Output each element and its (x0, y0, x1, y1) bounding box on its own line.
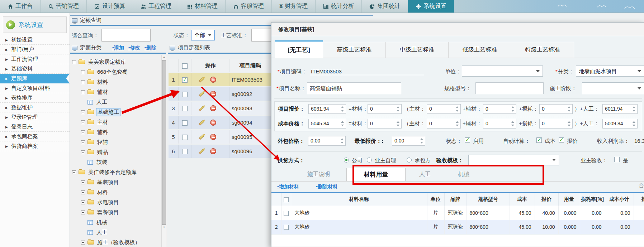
sidebar-item-initial-settings[interactable]: ▶初始设置 (0, 35, 70, 45)
sidebar-item-login-ip[interactable]: ▶登录IP管理 (0, 112, 70, 122)
tab-machinery[interactable]: 机械 (444, 168, 483, 181)
enable-checkbox[interactable] (465, 137, 470, 143)
unit-select[interactable] (462, 66, 543, 77)
expand-icon[interactable] (81, 80, 85, 84)
tree-node[interactable]: 材料 (72, 187, 158, 197)
nav-item-group-stats[interactable]: 集团统计 (362, 0, 408, 13)
sidebar-item-data-maintenance[interactable]: ▶数据维护 (0, 103, 70, 112)
radio-company[interactable] (344, 158, 349, 163)
tree-node[interactable]: 水电项目 (72, 197, 158, 207)
edit-icon[interactable] (199, 106, 204, 111)
tree-node[interactable]: 软装 (72, 157, 158, 167)
add-category-link[interactable]: •添加 (112, 45, 124, 51)
tab-low-craft[interactable]: 低级工艺标准 (449, 42, 511, 58)
nav-item-engineering[interactable]: 工程管理 (133, 0, 179, 13)
search-input[interactable] (101, 29, 151, 42)
tree-node[interactable]: 668全包套餐 (72, 67, 158, 77)
sidebar-item-table-sort[interactable]: ▶表格排序 (0, 93, 70, 103)
tab-intermediate-craft[interactable]: 中级工艺标准 (386, 42, 449, 58)
tree-node[interactable]: 套餐项目 (72, 207, 158, 217)
delete-icon[interactable] (210, 148, 216, 154)
stage-select[interactable] (582, 82, 644, 94)
row-checkbox[interactable] (182, 149, 188, 154)
tree-node[interactable]: 施工（验收模板） (72, 237, 158, 247)
min-quote-stepper[interactable]: 0.00 (392, 136, 425, 146)
sidebar-item-departments-users[interactable]: ▶部门/用户 (0, 45, 70, 54)
nav-item-design-budget[interactable]: 设计预算 (87, 0, 133, 13)
cost-main-stepper[interactable]: 0 (427, 119, 461, 129)
cost-labor-stepper[interactable]: 5009.84 (602, 119, 638, 129)
scrollbar-thumb[interactable] (162, 60, 166, 225)
tree-node[interactable]: 人工 (72, 97, 158, 107)
cost-total-stepper[interactable]: 5045.84 (308, 119, 346, 129)
sidebar-item-login-log[interactable]: ▶登录日志 (0, 122, 70, 132)
sidebar-item-custom-items[interactable]: ▶自定义项目/材料 (0, 83, 70, 93)
category-select[interactable]: 地墙面泥水项目 (576, 66, 644, 77)
tree-node[interactable]: 人工 (72, 227, 158, 237)
tab-material-usage[interactable]: 材料用量 (346, 168, 406, 181)
expand-icon[interactable] (81, 120, 85, 124)
status-select[interactable]: 全部 (191, 30, 215, 40)
material-select-all-checkbox[interactable] (284, 197, 289, 202)
material-row-checkbox[interactable] (284, 225, 289, 230)
tab-construction-notes[interactable]: 施工说明 (291, 168, 346, 181)
sidebar-item-basic-data[interactable]: ▶基础资料 (0, 64, 70, 74)
expand-icon[interactable] (81, 110, 85, 114)
nav-item-materials[interactable]: 材料管理 (179, 0, 226, 13)
auto-cost-checkbox[interactable] (536, 137, 542, 143)
delete-icon[interactable] (210, 134, 216, 140)
select-all-checkbox[interactable] (182, 63, 188, 69)
nav-item-statistics[interactable]: 统计分析 (316, 0, 362, 13)
row-checkbox[interactable] (182, 92, 188, 97)
quote-loss-stepper[interactable]: 0 (539, 104, 573, 114)
expand-icon[interactable] (81, 130, 85, 134)
delete-icon[interactable] (210, 77, 216, 83)
tree-node[interactable]: 机械 (72, 217, 158, 227)
tab-special-craft[interactable]: 特级工艺标准 (511, 42, 574, 58)
acceptance-template-select[interactable] (468, 155, 559, 165)
row-checkbox[interactable] (182, 77, 188, 83)
sidebar-item-quota-library[interactable]: ▶定额库 (0, 74, 70, 83)
tree-node[interactable]: 轻辅 (72, 137, 158, 147)
tab-labor[interactable]: 人工 (406, 168, 444, 181)
nav-item-finance[interactable]: ¥ 财务管理 (272, 0, 316, 13)
edit-icon[interactable] (199, 91, 204, 97)
tab-no-craft[interactable]: [无工艺] (275, 40, 323, 58)
collapse-icon[interactable] (72, 170, 76, 174)
edit-icon[interactable] (199, 120, 204, 125)
delete-material-link[interactable]: •删除材料 (316, 184, 338, 190)
expand-icon[interactable] (81, 190, 85, 194)
expand-icon[interactable] (81, 241, 85, 244)
tree-node[interactable]: 主材 (72, 117, 158, 127)
nav-item-system-settings[interactable]: 系统设置 (408, 0, 454, 13)
cost-loss-stepper[interactable]: 0 (539, 119, 573, 129)
quote-main-stepper[interactable]: 0 (427, 104, 461, 114)
delete-icon[interactable] (210, 120, 216, 126)
edit-category-link[interactable]: •修改 (128, 45, 140, 51)
quote-labor-stepper[interactable]: 6011.94 (602, 104, 638, 114)
quote-total-stepper[interactable]: 6031.94 (308, 104, 346, 114)
expand-icon[interactable] (81, 140, 85, 144)
expand-icon[interactable] (81, 180, 85, 184)
row-checkbox[interactable] (182, 120, 188, 126)
row-checkbox[interactable] (182, 106, 188, 111)
cost-material-stepper[interactable]: 0 (368, 119, 402, 129)
tree-node[interactable]: 赠品 (72, 147, 158, 157)
tree-node-selected[interactable]: 基础施工 (72, 107, 158, 117)
tree-node-root-1[interactable]: 美美家居定额库 (72, 57, 158, 67)
nav-item-customer-service[interactable]: 客服管理 (226, 0, 272, 13)
radio-contractor[interactable] (407, 158, 412, 163)
material-row-checkbox[interactable] (284, 211, 289, 216)
radio-owner-self[interactable] (367, 158, 372, 163)
delete-category-link[interactable]: •删除 (145, 45, 156, 51)
tab-advanced-craft[interactable]: 高级工艺标准 (323, 42, 386, 58)
material-row[interactable]: 1 大地砖 片 冠珠瓷 800*800 45.00 40.00 0.000 0.… (271, 206, 644, 220)
tree-node[interactable]: 辅材 (72, 87, 158, 97)
scroll-up-icon[interactable]: ▲ (163, 55, 165, 58)
outsource-stepper[interactable]: 0.00 (308, 136, 346, 146)
expand-icon[interactable] (81, 200, 85, 204)
nav-item-workbench[interactable]: 工作台 (0, 0, 41, 13)
collapse-icon[interactable] (72, 60, 76, 64)
sidebar-item-contractor-files[interactable]: ▶承包商档案 (0, 132, 70, 141)
delete-icon[interactable] (210, 91, 216, 97)
